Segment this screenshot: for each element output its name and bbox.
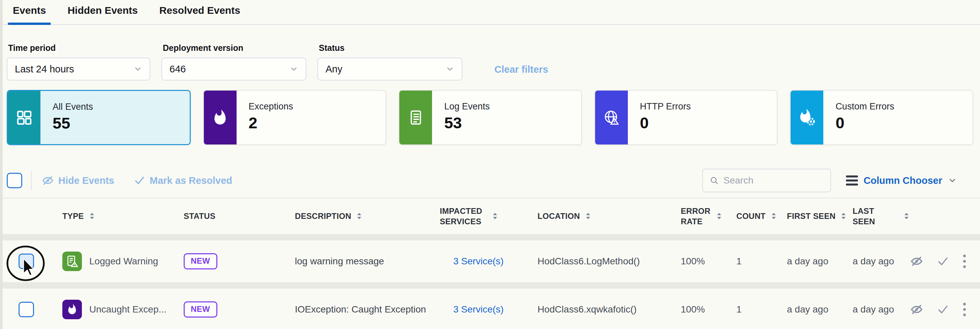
row-divider-band bbox=[0, 234, 980, 240]
row-menu-action[interactable] bbox=[963, 254, 967, 269]
header-location[interactable]: LOCATION bbox=[522, 211, 671, 221]
column-chooser-button[interactable]: Column Chooser bbox=[846, 175, 957, 186]
time-period-label: Time period bbox=[8, 43, 150, 53]
card-value: 53 bbox=[444, 114, 490, 131]
hide-event-action[interactable] bbox=[910, 303, 923, 316]
search-input[interactable] bbox=[724, 175, 824, 186]
card-http-errors[interactable]: HTTP Errors 0 bbox=[595, 90, 778, 145]
table-toolbar: Hide Events Mark as Resolved Column Choo… bbox=[7, 169, 973, 192]
select-all-checkbox[interactable] bbox=[7, 173, 22, 188]
error-rate-value: 100% bbox=[681, 304, 705, 315]
impacted-services-link[interactable]: 3 Service(s) bbox=[453, 304, 503, 315]
stat-cards: All Events 55 Exceptions 2 Log E bbox=[7, 90, 973, 145]
card-log-events[interactable]: Log Events 53 bbox=[399, 90, 582, 145]
mark-as-resolved-label: Mark as Resolved bbox=[150, 175, 232, 186]
card-label: HTTP Errors bbox=[640, 101, 691, 112]
sort-icon[interactable] bbox=[840, 212, 847, 221]
header-count[interactable]: COUNT bbox=[733, 211, 785, 221]
grid-icon bbox=[8, 91, 40, 144]
kebab-menu-icon bbox=[963, 254, 967, 269]
header-first-seen[interactable]: FIRST SEEN bbox=[785, 211, 853, 221]
header-description[interactable]: DESCRIPTION bbox=[290, 211, 435, 221]
last-seen-value: a day ago bbox=[853, 256, 894, 267]
time-period-select[interactable]: Last 24 hours bbox=[7, 57, 150, 81]
first-seen-value: a day ago bbox=[787, 256, 828, 267]
table-row[interactable]: Uncaught Excep... NEW IOException: Caugh… bbox=[0, 289, 980, 329]
hide-events-button[interactable]: Hide Events bbox=[42, 175, 114, 186]
chevron-down-icon bbox=[948, 176, 957, 185]
sort-icon[interactable] bbox=[356, 212, 363, 221]
eye-slash-icon bbox=[910, 254, 923, 268]
event-description: log warning message bbox=[295, 256, 384, 267]
card-custom-errors[interactable]: Custom Errors 0 bbox=[790, 90, 973, 145]
filter-time-period: Time period Last 24 hours bbox=[7, 43, 150, 81]
sort-icon[interactable] bbox=[585, 212, 592, 221]
status-label: Status bbox=[319, 43, 462, 53]
sort-icon[interactable] bbox=[770, 212, 777, 221]
status-value: Any bbox=[326, 64, 342, 75]
card-label: Log Events bbox=[444, 101, 490, 112]
card-value: 0 bbox=[640, 114, 691, 131]
hide-event-action[interactable] bbox=[910, 254, 923, 268]
status-select[interactable]: Any bbox=[317, 57, 462, 81]
header-impacted-services[interactable]: IMPACTED SERVICES bbox=[435, 206, 522, 227]
tab-events[interactable]: Events bbox=[8, 0, 51, 24]
event-type-label: Uncaught Excep... bbox=[89, 304, 167, 315]
mark-as-resolved-button[interactable]: Mark as Resolved bbox=[134, 175, 232, 186]
card-value: 2 bbox=[249, 114, 293, 131]
tab-resolved-events[interactable]: Resolved Events bbox=[154, 0, 245, 24]
filter-deployment-version: Deployment version 646 bbox=[161, 43, 306, 81]
count-value: 1 bbox=[737, 256, 742, 267]
flame-icon bbox=[62, 300, 82, 319]
status-badge: NEW bbox=[184, 253, 217, 269]
toolbar-right: Column Chooser bbox=[702, 169, 973, 192]
eye-slash-icon bbox=[910, 303, 923, 316]
card-label: All Events bbox=[52, 102, 93, 112]
error-rate-value: 100% bbox=[681, 256, 705, 267]
toolbar-divider bbox=[31, 171, 32, 190]
events-table: TYPE STATUS DESCRIPTION IMPACTED SERVICE… bbox=[0, 198, 980, 329]
tab-hidden-events[interactable]: Hidden Events bbox=[62, 0, 143, 24]
header-status: STATUS bbox=[178, 211, 290, 221]
kebab-menu-icon bbox=[963, 302, 967, 317]
deployment-version-label: Deployment version bbox=[163, 43, 306, 53]
hide-events-label: Hide Events bbox=[58, 175, 114, 186]
status-badge: NEW bbox=[184, 301, 217, 318]
resolve-event-action[interactable] bbox=[937, 255, 949, 267]
card-exceptions[interactable]: Exceptions 2 bbox=[203, 90, 387, 145]
card-value: 55 bbox=[52, 115, 93, 131]
chevron-down-icon bbox=[134, 65, 142, 73]
sort-icon[interactable] bbox=[492, 212, 498, 221]
deployment-version-value: 646 bbox=[170, 64, 186, 75]
event-description: IOException: Caught Exception bbox=[295, 304, 426, 315]
flame-icon bbox=[204, 91, 237, 145]
card-value: 0 bbox=[835, 114, 894, 131]
flame-gear-icon bbox=[791, 91, 823, 145]
event-type-label: Logged Warning bbox=[89, 256, 158, 267]
row-divider-band bbox=[0, 282, 980, 289]
card-all-events[interactable]: All Events 55 bbox=[7, 90, 191, 145]
tab-bar: Events Hidden Events Resolved Events bbox=[0, 0, 980, 25]
event-location: HodClass6.LogMethod() bbox=[538, 256, 640, 267]
sort-icon[interactable] bbox=[89, 212, 95, 221]
check-icon bbox=[937, 304, 949, 316]
impacted-services-link[interactable]: 3 Service(s) bbox=[453, 256, 503, 267]
sort-icon[interactable] bbox=[903, 212, 910, 221]
table-row[interactable]: Logged Warning NEW log warning message 3… bbox=[0, 240, 980, 282]
header-type[interactable]: TYPE bbox=[51, 211, 178, 221]
check-icon bbox=[134, 175, 145, 186]
sort-icon[interactable] bbox=[716, 212, 722, 221]
resolve-event-action[interactable] bbox=[937, 304, 949, 316]
clear-filters-button[interactable]: Clear filters bbox=[495, 64, 548, 81]
row-checkbox[interactable] bbox=[19, 254, 34, 269]
chevron-down-icon bbox=[290, 65, 298, 73]
header-error-rate[interactable]: ERROR RATE bbox=[671, 206, 733, 227]
row-menu-action[interactable] bbox=[963, 302, 967, 317]
event-location: HodClass6.xqwkafotic() bbox=[538, 304, 636, 315]
table-header-row: TYPE STATUS DESCRIPTION IMPACTED SERVICE… bbox=[0, 198, 980, 234]
deployment-version-select[interactable]: 646 bbox=[161, 57, 306, 81]
row-checkbox[interactable] bbox=[19, 302, 34, 317]
filter-status: Status Any bbox=[317, 43, 462, 81]
search-icon bbox=[710, 175, 719, 186]
header-last-seen[interactable]: LAST SEEN bbox=[853, 206, 910, 227]
